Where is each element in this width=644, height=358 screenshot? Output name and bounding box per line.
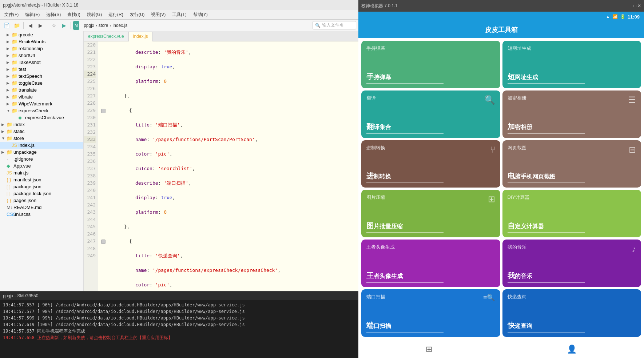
sidebar-item-label: store [13, 136, 24, 141]
device-btn[interactable]: M [73, 21, 79, 30]
sidebar-item-gitignore[interactable]: · .gitignore [0, 156, 83, 162]
sidebar-item-indexjs[interactable]: JS index.js [0, 142, 83, 149]
sidebar-item-uniscss[interactable]: CSS uni.scss [0, 211, 83, 218]
search-placeholder: 输入文件名 [322, 22, 344, 28]
menu-item-g[interactable]: 跳转(G) [84, 11, 105, 19]
sidebar-item-label: index [13, 122, 25, 127]
app-card-baseconvert[interactable]: 进制转换 ⑂ 进制转换 [361, 140, 500, 188]
menu-item-t[interactable]: 工具(T) [169, 11, 189, 19]
run-btn[interactable]: ▶ [60, 21, 68, 30]
json-file-icon: { } [7, 177, 12, 182]
folder-icon: 📁 [12, 67, 17, 72]
sidebar-item-translate[interactable]: ▶ 📁 translate [0, 87, 83, 93]
sidebar-item-shorturl[interactable]: ▶ 📁 shortUrl [0, 52, 83, 59]
tab-bar: expressCheck.vue index.js [84, 31, 358, 41]
sidebar-item-store[interactable]: ▼ 📁 store [0, 135, 83, 142]
app-card-expressquery[interactable]: 快递查询 快递查询 [502, 289, 641, 337]
app-card-small-name: 端口扫描 [366, 294, 385, 300]
app-card-kingavatar[interactable]: 王者头像生成 王者头像生成 [361, 240, 500, 287]
bookmark-btn[interactable]: ☆ [49, 21, 58, 30]
search-list-icon: ≡🔍 [483, 294, 495, 302]
tab-indexjs[interactable]: index.js [129, 32, 153, 41]
sidebar-item-pagesjson[interactable]: { } pages.json [0, 197, 83, 204]
sidebar-item-qrcode[interactable]: ▶ 📁 qrcode [0, 31, 83, 38]
sidebar-item-manifestjson[interactable]: { } manifest.json [0, 176, 83, 183]
console-line-4: 19:41:57.619 [100%] /sdcard/Android/data… [3, 321, 355, 328]
sidebar-item-mainjs[interactable]: JS main.js [0, 169, 83, 176]
code-content[interactable]: describe: '我的音乐', display: true, platfor… [98, 41, 358, 291]
console-line-2: 19:41:57.577 [ 98%] /sdcard/Android/data… [3, 308, 355, 315]
nav-home-icon[interactable]: ⊞ [426, 345, 432, 354]
menu-item-e[interactable]: 编辑(E) [22, 11, 43, 19]
phone-titlebar: 校神模拟器 7.0.1.1 — □ ✕ [358, 0, 644, 12]
sidebar-item-test[interactable]: ▶ 📁 test [0, 66, 83, 73]
sidebar-item-relationship[interactable]: ▶ 📁 relationship [0, 45, 83, 52]
search-box[interactable]: 🔍 输入文件名 [313, 21, 356, 29]
breadcrumb-sep1: › [96, 23, 97, 28]
app-card-screenshot[interactable]: 网页截图 ⊟ 电脑手机网页截图 [502, 140, 641, 188]
fold-marker-233[interactable]: - [101, 240, 106, 244]
toolbar-sep-3 [71, 22, 71, 29]
wifi-icon: ▲ [606, 14, 610, 19]
bottom-console: ppgjx - SM-G9550 19:41:57.557 [ 96%] /sd… [0, 291, 358, 358]
code-line-233: - { [101, 238, 358, 245]
app-card-small-name: 王者头像生成 [366, 244, 395, 250]
folder-icon: 📁 [12, 46, 17, 51]
app-card-mymusic[interactable]: 我的音乐 ♪ 我的音乐 [502, 240, 641, 287]
sidebar-item-textspeech[interactable]: ▶ 📁 textSpeech [0, 73, 83, 80]
app-card-underline [508, 232, 585, 233]
menu-item-y[interactable]: 帮助(Y) [190, 11, 211, 19]
app-card-translate[interactable]: 翻译 🔍 翻译集合 [361, 90, 500, 138]
code-editor[interactable]: 220 221 222 223 224 225 226 227 228 229 … [84, 41, 358, 291]
app-card-imgcompress[interactable]: 图片压缩 ⊞ 图片批量压缩 [361, 190, 500, 237]
toolbar-sep-1 [23, 22, 24, 29]
app-card-diycalculator[interactable]: DIY计算器 自定义计算器 [502, 190, 641, 237]
arrow-icon: ▶ [7, 88, 12, 92]
menu-item-v[interactable]: 视图(V) [148, 11, 168, 19]
console-line-6: 19:41:57.658 正在热刷新，如刷新失败，请点击控制台工具栏上的【重启应… [3, 334, 355, 341]
menu-item-f[interactable]: 文件(F) [1, 11, 21, 19]
sidebar-item-vibrate[interactable]: ▶ 📁 vibrate [0, 93, 83, 100]
back-btn[interactable]: ◀ [26, 21, 35, 30]
sidebar-item-readmemd[interactable]: M↓ README.md [0, 204, 83, 211]
sidebar-item-index[interactable]: ▶ 📁 index [0, 121, 83, 128]
breadcrumb-part3: index.js [113, 23, 128, 28]
app-card-shouchiданму[interactable]: 手持弹幕 手持弹幕 [361, 41, 500, 88]
app-card-portscan[interactable]: 端口扫描 ≡🔍 端口扫描 [361, 289, 500, 337]
new-folder-btn[interactable]: 📁 [12, 21, 21, 30]
app-card-encryptedphoto[interactable]: 加密相册 ☰ 加密相册 [502, 90, 641, 138]
forward-btn[interactable]: ▶ [36, 21, 45, 30]
menu-item-u[interactable]: 发行(U) [127, 11, 148, 19]
sidebar-item-wipewatermark[interactable]: ▶ 📁 WipeWatermark [0, 100, 83, 107]
sidebar-item-takeashot[interactable]: ▶ 📁 TakeAshot [0, 59, 83, 66]
console-content[interactable]: 19:41:57.557 [ 96%] /sdcard/Android/data… [0, 300, 358, 358]
app-card-top: 王者头像生成 [366, 244, 495, 250]
app-card-small-name: 加密相册 [508, 95, 526, 101]
sidebar-item-togglecase[interactable]: ▶ 📁 toggleCase [0, 80, 83, 87]
menu-item-i[interactable]: 查找(I) [64, 11, 83, 19]
sidebar-item-packagelockjson[interactable]: [ ] package-lock.json [0, 190, 83, 197]
sidebar-item-unpackage[interactable]: ▶ 📁 unpackage [0, 149, 83, 156]
sidebar-item-recitewords[interactable]: ▶ 📁 ReciteWords [0, 38, 83, 45]
arrow-icon: ▶ [7, 60, 12, 64]
tab-expresscheck[interactable]: expressCheck.vue [84, 32, 129, 41]
sidebar-item-appvue[interactable]: ◆ App.vue [0, 162, 83, 169]
nav-user-icon[interactable]: 👤 [567, 345, 577, 354]
app-card-icon: ⊟ [629, 145, 636, 155]
arrow-icon: ▶ [7, 95, 12, 99]
code-line-222: platform: 0 [101, 78, 358, 85]
sidebar-item-packagejson[interactable]: [ ] package.json [0, 183, 83, 190]
fold-marker-224[interactable]: - [101, 109, 106, 113]
menu-item-r[interactable]: 运行(R) [106, 11, 126, 19]
new-file-btn[interactable]: 📄 [2, 21, 11, 30]
sidebar-item-static[interactable]: ▶ 📁 static [0, 128, 83, 135]
arrow-icon: ▶ [7, 67, 12, 71]
code-line-230: display: true, [101, 194, 358, 201]
app-card-underline [508, 282, 585, 283]
app-card-icon: ⊞ [488, 194, 495, 204]
phone-titlebar-controls: — □ ✕ [628, 3, 641, 8]
app-card-shorturlgen[interactable]: 短网址生成 短网址生成 [502, 41, 641, 88]
menu-item-s[interactable]: 选择(S) [43, 11, 64, 19]
sidebar-item-expresscheck[interactable]: ▼ 📁 expressCheck [0, 107, 83, 114]
sidebar-item-expresscheck-vue[interactable]: ◆ expressCheck.vue [0, 114, 83, 121]
